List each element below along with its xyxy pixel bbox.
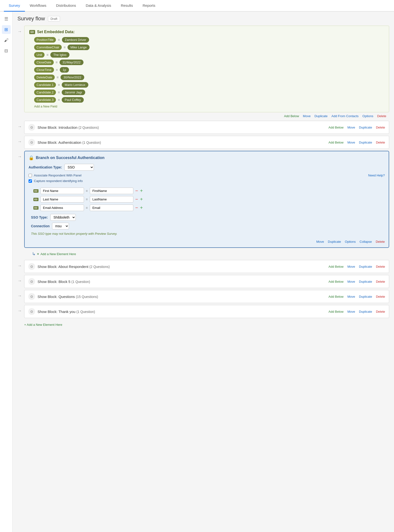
mapping-field-name-0[interactable] <box>40 188 84 194</box>
field-row-7: Candidate.2 = Jaromir Jagr <box>34 90 384 95</box>
embedded-options[interactable]: Options <box>363 114 373 118</box>
auth-delete[interactable]: Delete <box>376 141 385 144</box>
embedded-add-from-contacts[interactable]: Add From Contacts <box>332 114 359 118</box>
field-val-1[interactable]: Mike Lange <box>68 45 90 50</box>
branch-options[interactable]: Options <box>345 240 356 243</box>
intro-add-below[interactable]: Add Below <box>328 126 343 129</box>
about-move[interactable]: Move <box>347 265 355 268</box>
auth-duplicate[interactable]: Duplicate <box>359 141 372 144</box>
field-key-2[interactable]: Unit <box>34 52 45 58</box>
nav-workflows[interactable]: Workflows <box>25 0 51 12</box>
mapping-add-2[interactable]: + <box>140 205 143 211</box>
field-key-5[interactable]: DeleteDate <box>34 75 55 80</box>
mapping-add-0[interactable]: + <box>140 188 143 194</box>
embedded-add-below[interactable]: Add Below <box>284 114 299 118</box>
field-val-3[interactable]: 31/May/2022 <box>60 60 83 65</box>
embedded-move[interactable]: Move <box>303 114 311 118</box>
intro-move[interactable]: Move <box>347 126 355 129</box>
field-val-7[interactable]: Jaromir Jagr <box>62 90 85 95</box>
capture-info-row: Capture respondent identifying info <box>29 179 83 183</box>
intro-duplicate[interactable]: Duplicate <box>359 126 372 129</box>
sso-type-select[interactable]: Shibboleth CAS Custom <box>50 214 76 221</box>
field-val-5[interactable]: 30/Nov/2022 <box>61 75 84 80</box>
auth-type-select[interactable]: SSO SAML Central Login <box>64 164 94 171</box>
list-icon[interactable]: ☰ <box>2 15 11 23</box>
bottom-add-element-link[interactable]: + Add a New Element Here <box>24 323 62 327</box>
questions-add-below[interactable]: Add Below <box>328 295 343 298</box>
auth-move[interactable]: Move <box>347 141 355 144</box>
mapping-remove-0[interactable]: − <box>135 188 138 194</box>
mapping-field-name-2[interactable] <box>40 205 84 211</box>
blocks-icon[interactable]: ⊞ <box>2 25 11 34</box>
field-val-4[interactable]: 1p <box>60 67 69 73</box>
block5-move[interactable]: Move <box>347 280 355 283</box>
embedded-delete[interactable]: Delete <box>377 114 386 118</box>
mapping-remove-2[interactable]: − <box>135 205 138 211</box>
branch-delete[interactable]: Delete <box>376 240 385 243</box>
embedded-header: ED Set Embedded Data: <box>29 30 384 34</box>
questions-delete[interactable]: Delete <box>376 295 385 298</box>
branch-duplicate[interactable]: Duplicate <box>328 240 341 243</box>
lock-icon: 🔒 <box>29 155 34 160</box>
nav-data-analysis[interactable]: Data & Analysis <box>81 0 116 12</box>
nav-distributions[interactable]: Distributions <box>51 0 81 12</box>
mapping-embedded-0[interactable] <box>90 188 133 194</box>
questions-block-row: → ⊙ Show Block: Questions (15 Questions)… <box>17 290 389 303</box>
field-val-0[interactable]: Zamboni Driver <box>62 37 89 43</box>
block5-add-below[interactable]: Add Below <box>328 280 343 283</box>
questions-block: ⊙ Show Block: Questions (15 Questions) A… <box>24 290 389 303</box>
mapping-embedded-2[interactable] <box>90 205 133 211</box>
field-val-2[interactable]: The Igloo <box>50 52 69 58</box>
field-key-3[interactable]: CloseDate <box>34 60 54 65</box>
field-key-6[interactable]: Candidate.1 <box>34 82 56 88</box>
field-val-6[interactable]: Mario Lemieux <box>62 82 88 88</box>
mapping-icon-2: ED <box>33 206 38 210</box>
thankyou-duplicate[interactable]: Duplicate <box>359 310 372 313</box>
thankyou-add-below[interactable]: Add Below <box>328 310 343 313</box>
block5-delete[interactable]: Delete <box>376 280 385 283</box>
nav-results[interactable]: Results <box>116 0 138 12</box>
about-duplicate[interactable]: Duplicate <box>359 265 372 268</box>
field-key-4[interactable]: CloseTime <box>34 67 54 73</box>
mapping-field-name-1[interactable] <box>40 196 84 203</box>
thankyou-delete[interactable]: Delete <box>376 310 385 313</box>
field-key-0[interactable]: PositionTitle <box>34 37 56 43</box>
connection-row: Connection msu other <box>31 223 385 229</box>
embedded-duplicate[interactable]: Duplicate <box>314 114 327 118</box>
thankyou-move[interactable]: Move <box>347 310 355 313</box>
mapping-embedded-1[interactable] <box>90 196 133 203</box>
need-help-link[interactable]: Need Help? <box>368 174 385 177</box>
top-navigation: Survey Workflows Distributions Data & An… <box>0 0 394 12</box>
preview-icon[interactable]: ⊟ <box>2 46 11 55</box>
about-add-below[interactable]: Add Below <box>328 265 343 268</box>
mapping-row-1: ED = − + <box>33 196 385 203</box>
field-key-7[interactable]: Candidate.2 <box>34 90 56 95</box>
block5-duplicate[interactable]: Duplicate <box>359 280 372 283</box>
mapping-row-0: ED = − + <box>33 188 385 194</box>
connection-select[interactable]: msu other <box>52 223 69 229</box>
mapping-icon-0: ED <box>33 189 38 193</box>
intro-delete[interactable]: Delete <box>376 126 385 129</box>
auth-add-below[interactable]: Add Below <box>328 141 343 144</box>
branch-title: Branch on Successful Authentication <box>36 156 105 160</box>
capture-info-checkbox[interactable] <box>29 179 32 183</box>
questions-move[interactable]: Move <box>347 295 355 298</box>
nav-reports[interactable]: Reports <box>138 0 160 12</box>
nav-survey[interactable]: Survey <box>4 0 25 12</box>
paint-icon[interactable]: 🖌 <box>2 36 11 45</box>
field-key-1[interactable]: CommitteeChair <box>34 45 62 50</box>
field-val-8[interactable]: Paul Coffey <box>62 97 84 103</box>
associate-respondent-checkbox[interactable] <box>29 174 32 177</box>
questions-duplicate[interactable]: Duplicate <box>359 295 372 298</box>
add-new-element-link[interactable]: Add a New Element Here <box>40 252 76 256</box>
field-key-8[interactable]: Candidate.3 <box>34 97 56 103</box>
thank-you-block: ⊙ Show Block: Thank you (1 Question) Add… <box>24 305 389 318</box>
add-new-field-link[interactable]: Add a New Field <box>34 105 384 108</box>
about-block-icon: ⊙ <box>28 263 35 270</box>
mapping-add-1[interactable]: + <box>140 197 143 202</box>
mapping-remove-1[interactable]: − <box>135 197 138 202</box>
branch-move[interactable]: Move <box>316 240 324 243</box>
branch-collapse[interactable]: Collapse <box>360 240 372 243</box>
arrow-branch: → <box>17 151 22 159</box>
about-delete[interactable]: Delete <box>376 265 385 268</box>
